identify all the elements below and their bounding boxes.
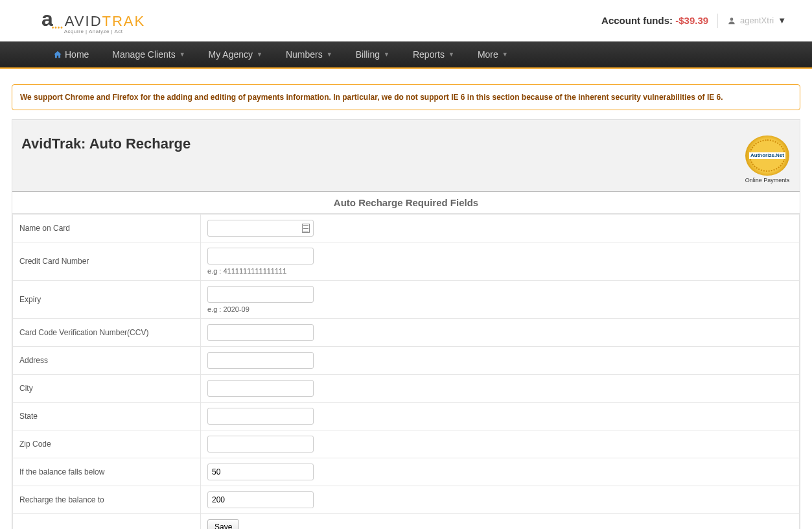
panel-title: AvidTrak: Auto Recharge xyxy=(21,135,191,152)
caret-icon: ▼ xyxy=(384,51,389,58)
account-funds: Account funds: -$39.39 xyxy=(601,15,708,27)
caret-icon: ▼ xyxy=(327,51,332,58)
nav-label: My Agency xyxy=(209,49,253,60)
expiry-input[interactable] xyxy=(207,286,314,303)
panel: AvidTrak: Auto Recharge Authorize.Net On… xyxy=(12,119,800,529)
caret-icon: ▼ xyxy=(448,51,454,58)
recharge-label: Recharge the balance to xyxy=(13,486,201,514)
funds-amount: -$39.39 xyxy=(675,15,708,26)
browser-alert: We support Chrome and Firefox for the ad… xyxy=(12,84,800,110)
state-input[interactable] xyxy=(207,408,314,425)
nav-reports[interactable]: Reports▼ xyxy=(401,41,466,68)
caret-icon: ▼ xyxy=(502,51,508,58)
cc-hint: e.g : 4111111111111111 xyxy=(207,267,793,275)
logo-text: AVIDTRAK xyxy=(65,13,145,30)
logo[interactable]: a •••• AVIDTRAK Acquire | Analyze | Act xyxy=(41,7,145,34)
zip-input[interactable] xyxy=(207,436,314,453)
zip-label: Zip Code xyxy=(13,430,201,458)
user-name: agentXtri xyxy=(740,16,774,25)
nav-manage-clients[interactable]: Manage Clients▼ xyxy=(100,41,196,68)
threshold-label: If the balance falls below xyxy=(13,458,201,486)
cc-input[interactable] xyxy=(207,248,314,264)
state-label: State xyxy=(13,403,201,430)
caret-icon: ▼ xyxy=(180,51,185,58)
city-label: City xyxy=(13,375,201,403)
verified-seal-icon: Authorize.Net xyxy=(744,135,791,176)
recharge-input[interactable] xyxy=(207,491,314,508)
topbar: a •••• AVIDTRAK Acquire | Analyze | Act … xyxy=(0,0,812,41)
logo-dots: •••• xyxy=(52,24,64,31)
svg-point-0 xyxy=(730,18,734,21)
save-button[interactable]: Save xyxy=(207,519,239,529)
cc-label: Credit Card Number xyxy=(13,242,201,281)
address-input[interactable] xyxy=(207,352,314,369)
section-title: Auto Recharge Required Fields xyxy=(12,191,800,214)
navbar: Home Manage Clients▼ My Agency▼ Numbers▼… xyxy=(0,41,812,69)
user-menu[interactable]: agentXtri ▼ xyxy=(727,16,786,25)
nav-home-label: Home xyxy=(65,49,89,60)
nav-label: Billing xyxy=(356,49,380,60)
name-input[interactable] xyxy=(207,220,314,237)
caret-icon: ▼ xyxy=(257,51,262,58)
nav-numbers[interactable]: Numbers▼ xyxy=(274,41,344,68)
name-label: Name on Card xyxy=(13,215,201,242)
panel-header: AvidTrak: Auto Recharge Authorize.Net On… xyxy=(12,120,800,191)
badge-caption: Online Payments xyxy=(744,177,791,183)
contact-card-icon[interactable] xyxy=(302,224,310,233)
form-table: Name on Card Credit Card Number e.g : 41… xyxy=(12,214,800,529)
nav-more[interactable]: More▼ xyxy=(466,41,520,68)
nav-label: More xyxy=(478,49,498,60)
content: We support Chrome and Firefox for the ad… xyxy=(0,69,812,529)
empty-cell xyxy=(13,514,201,530)
threshold-input[interactable] xyxy=(207,464,314,480)
nav-my-agency[interactable]: My Agency▼ xyxy=(197,41,274,68)
user-icon xyxy=(727,16,736,25)
nav-label: Manage Clients xyxy=(112,49,175,60)
expiry-label: Expiry xyxy=(13,281,201,319)
nav-label: Numbers xyxy=(286,49,323,60)
nav-home[interactable]: Home xyxy=(41,41,100,68)
address-label: Address xyxy=(13,347,201,375)
badge-text: Authorize.Net xyxy=(749,152,785,159)
chevron-down-icon: ▼ xyxy=(778,16,786,25)
divider xyxy=(717,14,718,28)
topbar-right: Account funds: -$39.39 agentXtri ▼ xyxy=(601,14,786,28)
city-input[interactable] xyxy=(207,380,314,397)
expiry-hint: e.g : 2020-09 xyxy=(207,305,793,313)
authorize-net-badge[interactable]: Authorize.Net Online Payments xyxy=(744,135,791,183)
home-icon xyxy=(53,50,62,59)
nav-label: Reports xyxy=(413,49,445,60)
funds-label: Account funds: xyxy=(601,15,675,26)
ccv-label: Card Code Verification Number(CCV) xyxy=(13,319,201,347)
ccv-input[interactable] xyxy=(207,324,314,341)
nav-billing[interactable]: Billing▼ xyxy=(344,41,401,68)
